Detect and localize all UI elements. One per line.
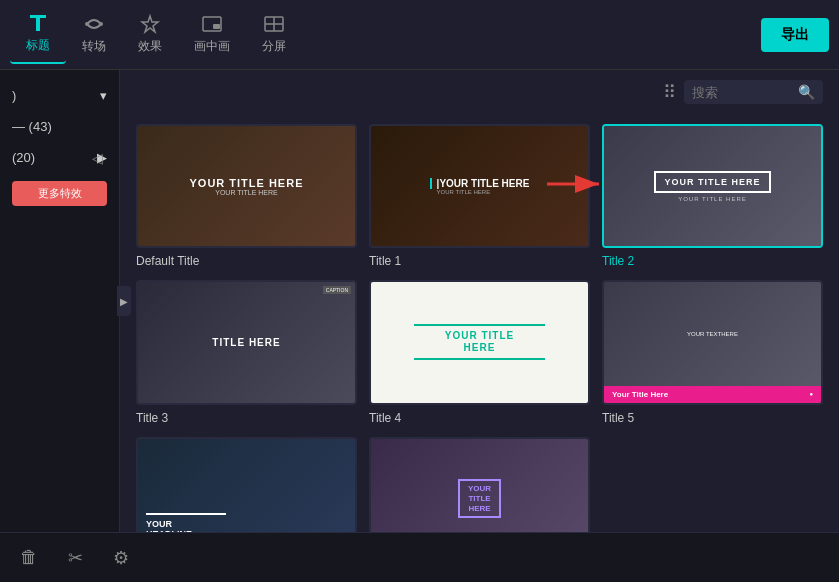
thumb-title2-box: YOUR TITLE HERE [654,171,770,193]
sidebar-label-1: ) [12,88,16,103]
content-header: ⠿ 🔍 [120,70,839,114]
thumb-title4-text: YOUR TITLEHERE [445,330,514,354]
toolbar-label-split: 分屏 [262,38,286,55]
thumb-title7-bg: YOURTITLEHERE [371,439,588,532]
toolbar-label-transition: 转场 [82,38,106,55]
thumb-title6-bg: YOURHEADLINEHERE [138,439,355,532]
template-title6[interactable]: YOURHEADLINEHERE [136,437,357,532]
thumb-title3-text: TITLE HERE [212,337,280,348]
thumb-title1-text: |YOUR TITLE HERE [430,178,530,189]
sidebar-item-row-1[interactable]: ) ▾ [0,80,119,111]
sidebar-label-3: (20) [12,150,35,165]
more-effects-button[interactable]: 更多特效 [12,181,107,206]
toolbar-item-split[interactable]: 分屏 [246,6,302,63]
template-label-title2: Title 2 [602,254,823,268]
svg-rect-1 [36,18,40,31]
thumb-title6-text: YOURHEADLINEHERE [146,519,192,532]
sidebar-item-row-2[interactable]: — (43) [0,111,119,142]
export-button[interactable]: 导出 [761,18,829,52]
toolbar-item-transition[interactable]: 转场 [66,6,122,63]
split-icon [262,14,286,34]
template-label-title3: Title 3 [136,411,357,425]
effect-icon [138,14,162,34]
template-title1[interactable]: |YOUR TITLE HERE YOUR TITLE HERE Title 1 [369,124,590,268]
svg-point-2 [85,22,89,26]
bottom-toolbar: 🗑 ✂ ⚙ [0,532,839,582]
thumb-title5-bottom-bar: Your Title Here ● [604,386,821,403]
toolbar: 标题 转场 效果 画中画 [0,0,839,70]
template-title7[interactable]: YOURTITLEHERE [369,437,590,532]
cut-button[interactable]: ✂ [68,547,83,569]
template-title5[interactable]: YOUR TEXTHERE Your Title Here ● Title 5 [602,280,823,424]
sidebar-collapse-button[interactable]: ▶ [117,286,131,316]
svg-marker-4 [142,16,158,32]
thumb-title5-dot: ● [809,391,813,397]
template-thumb-title1: |YOUR TITLE HERE YOUR TITLE HERE [369,124,590,248]
thumb-title6-line [146,513,226,515]
thumb-title1-bg: |YOUR TITLE HERE YOUR TITLE HERE [371,126,588,246]
template-thumb-default: YOUR TITLE HERE YOUR TITLE HERE [136,124,357,248]
delete-button[interactable]: 🗑 [20,547,38,568]
thumb-title4-line-bottom [414,358,544,360]
toolbar-label-effect: 效果 [138,38,162,55]
settings-button[interactable]: ⚙ [113,547,129,569]
template-label-title4: Title 4 [369,411,590,425]
thumb-default-title: YOUR TITLE HERE [189,177,303,189]
template-label-title1: Title 1 [369,254,590,268]
toolbar-item-title[interactable]: 标题 [10,5,66,64]
thumb-title3-bg: TITLE HERE CAPTION [138,282,355,402]
thumb-title5-top: YOUR TEXTHERE [604,282,821,385]
thumb-title4-line-top [414,324,544,326]
toolbar-label-pip: 画中画 [194,38,230,55]
toolbar-label-title: 标题 [26,37,50,54]
thumb-title4-bg: YOUR TITLEHERE [371,282,588,402]
template-thumb-title4: YOUR TITLEHERE [369,280,590,404]
template-label-title5: Title 5 [602,411,823,425]
template-thumb-title7: YOURTITLEHERE [369,437,590,532]
content-area: ⠿ 🔍 YOUR TITLE HERE YOUR TITLE HERE [120,70,839,532]
template-thumb-title2: YOUR TITLE HERE YOUR TITLE HERE [602,124,823,248]
svg-rect-0 [30,15,46,18]
thumb-default-bg: YOUR TITLE HERE YOUR TITLE HERE [138,126,355,246]
template-thumb-title5: YOUR TEXTHERE Your Title Here ● [602,280,823,404]
template-thumb-title6: YOURHEADLINEHERE [136,437,357,532]
toolbar-item-pip[interactable]: 画中画 [178,6,246,63]
search-icon[interactable]: 🔍 [798,84,815,100]
chevron-down-icon-1: ▾ [100,88,107,103]
template-label-default: Default Title [136,254,357,268]
thumb-title1-sub: YOUR TITLE HERE [430,189,530,195]
template-title2[interactable]: YOUR TITLE HERE YOUR TITLE HERE Title 2 [602,124,823,268]
toolbar-item-effect[interactable]: 效果 [122,6,178,63]
template-title4[interactable]: YOUR TITLEHERE Title 4 [369,280,590,424]
grid-view-icon[interactable]: ⠿ [663,81,676,103]
pip-icon [200,14,224,34]
thumb-title5-top-text: YOUR TEXTHERE [687,331,738,337]
svg-rect-6 [213,24,220,29]
template-thumb-title3: TITLE HERE CAPTION [136,280,357,404]
templates-grid: YOUR TITLE HERE YOUR TITLE HERE Default … [120,114,839,532]
thumb-default-subtitle: YOUR TITLE HERE [189,189,303,196]
sidebar-label-2: — (43) [12,119,52,134]
template-title3[interactable]: TITLE HERE CAPTION Title 3 [136,280,357,424]
svg-point-3 [99,22,103,26]
transition-icon [82,14,106,34]
main-area: ▶ ) ▾ — (43) (20) ▶ ◁ 更多特效 ⠿ 🔍 [0,70,839,532]
sidebar: ▶ ) ▾ — (43) (20) ▶ ◁ 更多特效 [0,70,120,532]
thumb-title2-sub: YOUR TITLE HERE [678,196,747,202]
thumb-title2-bg: YOUR TITLE HERE YOUR TITLE HERE [604,126,821,246]
volume-icon: ◁ [92,150,103,166]
search-input[interactable] [692,85,792,100]
template-default-title[interactable]: YOUR TITLE HERE YOUR TITLE HERE Default … [136,124,357,268]
thumb-title5-bg: YOUR TEXTHERE Your Title Here ● [604,282,821,402]
chevron-left-icon: ▶ [120,296,128,307]
thumb-title3-badge: CAPTION [323,286,351,294]
title-icon [26,13,50,33]
search-container: 🔍 [684,80,823,104]
thumb-title7-box: YOURTITLEHERE [458,479,501,518]
thumb-title5-bottom-text: Your Title Here [612,390,668,399]
